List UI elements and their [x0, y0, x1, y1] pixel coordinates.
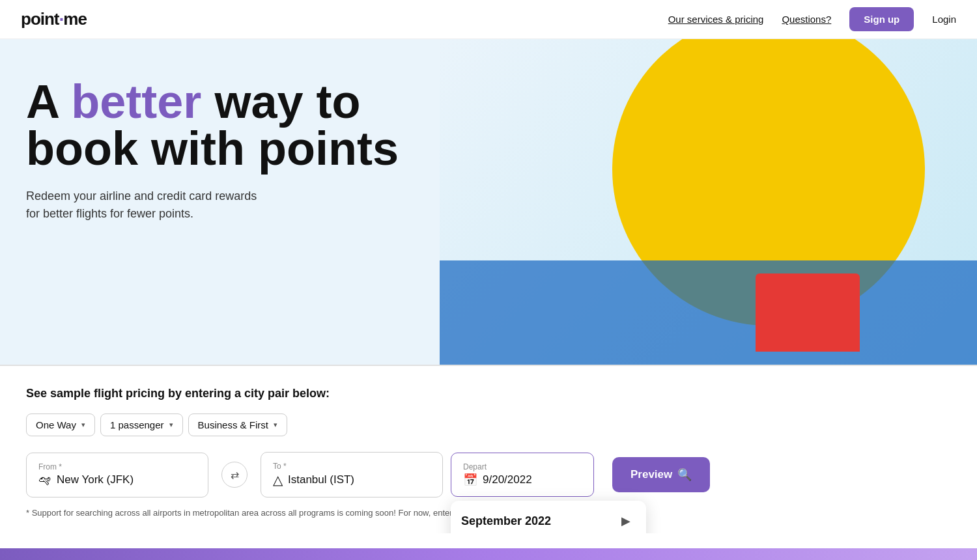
calendar-month: September 2022: [461, 514, 551, 528]
to-value: △ Istanbul (IST): [273, 472, 431, 488]
to-label: To *: [273, 462, 431, 471]
cabin-chevron-icon: ▾: [274, 421, 277, 429]
login-link[interactable]: Login: [932, 14, 956, 25]
to-plane-icon: △: [273, 472, 283, 488]
depart-label: Depart: [463, 462, 582, 471]
questions-link[interactable]: Questions?: [782, 14, 831, 25]
search-controls: One Way ▾ 1 passenger ▾ Business & First…: [26, 413, 951, 436]
search-row: From * 🛩 New York (JFK) ⇄ To * △ Istanbu…: [26, 452, 951, 497]
blue-floor: [440, 260, 977, 365]
trip-type-chevron-icon: ▾: [81, 421, 85, 429]
navbar: point·me Our services & pricing Question…: [0, 0, 977, 39]
signup-button[interactable]: Sign up: [849, 7, 914, 31]
hero-headline: A better way tobook with points: [26, 78, 399, 172]
search-section-label: See sample flight pricing by entering a …: [26, 387, 951, 400]
calendar-popup: September 2022 ▶ Su Mo Tu We Th Fr Sa 28…: [451, 501, 646, 533]
trip-type-dropdown[interactable]: One Way ▾: [26, 413, 95, 436]
cabin-dropdown[interactable]: Business & First ▾: [188, 413, 287, 436]
headline-a: A: [26, 76, 71, 128]
from-field[interactable]: From * 🛩 New York (JFK): [26, 453, 208, 497]
preview-button[interactable]: Preview 🔍: [612, 457, 710, 492]
hero-section: A better way tobook with points Redeem y…: [0, 39, 977, 365]
cabin-label: Business & First: [198, 419, 268, 430]
trip-type-label: One Way: [36, 419, 76, 430]
from-value: 🛩 New York (JFK): [38, 473, 196, 488]
logo-text-me: me: [63, 9, 87, 29]
hero-text-block: A better way tobook with points Redeem y…: [26, 78, 399, 223]
nav-links: Our services & pricing Questions? Sign u…: [668, 7, 956, 31]
from-plane-icon: 🛩: [38, 473, 51, 488]
swap-icon: ⇄: [231, 469, 239, 481]
depart-value: 📅 9/20/2022: [463, 473, 582, 487]
hero-image: [440, 39, 977, 365]
passengers-dropdown[interactable]: 1 passenger ▾: [100, 413, 183, 436]
passengers-chevron-icon: ▾: [169, 421, 173, 429]
site-logo[interactable]: point·me: [21, 9, 87, 30]
to-field[interactable]: To * △ Istanbul (IST): [261, 452, 443, 497]
search-section: See sample flight pricing by entering a …: [0, 365, 977, 533]
logo-dot: ·: [59, 9, 64, 30]
calendar-icon: 📅: [463, 473, 477, 487]
preview-label: Preview: [630, 468, 672, 481]
from-label: From *: [38, 462, 196, 471]
headline-better: better: [71, 76, 201, 128]
services-link[interactable]: Our services & pricing: [668, 14, 764, 25]
hero-subtitle: Redeem your airline and credit card rewa…: [26, 188, 274, 223]
passengers-label: 1 passenger: [110, 419, 164, 430]
swap-button[interactable]: ⇄: [221, 462, 248, 488]
calendar-header: September 2022 ▶: [461, 511, 636, 531]
logo-text-point: point: [21, 9, 59, 29]
calendar-next-button[interactable]: ▶: [616, 511, 636, 531]
depart-field[interactable]: Depart 📅 9/20/2022: [451, 453, 594, 497]
search-icon: 🔍: [677, 468, 692, 482]
depart-container: Depart 📅 9/20/2022 September 2022 ▶ Su M…: [451, 453, 594, 497]
red-seat: [756, 273, 860, 352]
